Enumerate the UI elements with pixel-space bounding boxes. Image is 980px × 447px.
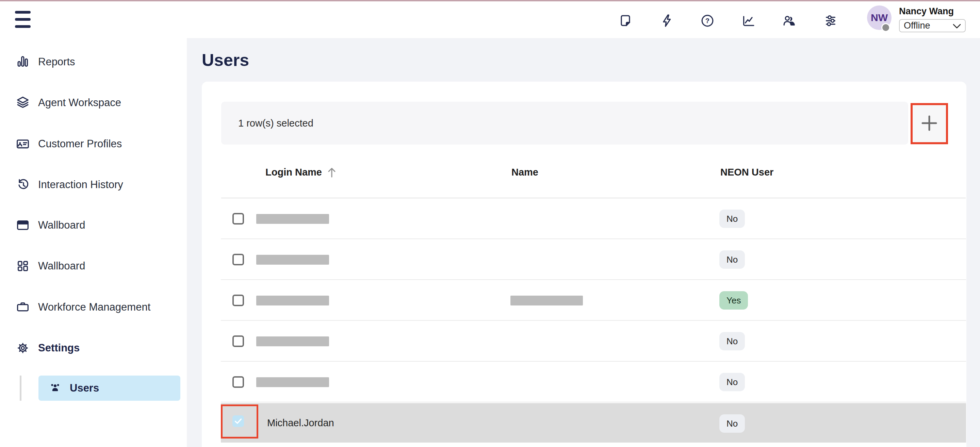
table-row[interactable]: Yes	[221, 280, 966, 321]
note-icon[interactable]	[617, 13, 633, 29]
sidebar: Users ReportsAgent WorkspaceCustomer Pro…	[0, 38, 187, 447]
row-checkbox[interactable]	[232, 376, 244, 388]
column-header-label: NEON User	[721, 167, 773, 178]
redacted-login-name	[256, 296, 329, 305]
chevron-down-icon	[953, 21, 961, 31]
table-header: Login Name Name NEON User	[202, 167, 966, 182]
redacted-login-name	[256, 336, 329, 346]
sidebar-item-label: Customer Profiles	[38, 138, 122, 150]
table-row[interactable]: Michael.JordanNo	[221, 403, 966, 442]
rows-selected-text: 1 row(s) selected	[238, 118, 313, 129]
id-card-icon	[15, 136, 30, 152]
selection-toolbar: 1 row(s) selected	[221, 102, 908, 145]
topbar: ? NW Nancy Wang Offline	[0, 2, 980, 38]
login-name-cell: Michael.Jordan	[267, 403, 334, 442]
column-header-label: Name	[511, 167, 538, 178]
status-dot	[881, 23, 890, 32]
plus-icon	[920, 114, 938, 133]
neon-user-badge: No	[719, 210, 745, 228]
sidebar-item-reports[interactable]: Reports	[15, 50, 75, 74]
table-row[interactable]: No	[221, 239, 966, 280]
table-row[interactable]: No	[221, 198, 966, 239]
neon-user-badge: No	[719, 250, 745, 269]
table-row[interactable]: No	[221, 362, 966, 402]
neon-user-badge: No	[719, 332, 745, 350]
history-icon	[15, 177, 30, 192]
sidebar-indent-line	[20, 375, 21, 401]
row-checkbox[interactable]	[232, 294, 244, 306]
sidebar-item-customer-profiles[interactable]: Customer Profiles	[15, 132, 122, 156]
column-header-label: Login Name	[266, 167, 322, 178]
row-checkbox[interactable]	[232, 213, 244, 224]
add-user-button[interactable]	[913, 105, 946, 142]
sidebar-item-label: Users	[70, 382, 99, 394]
reports-icon	[15, 54, 30, 70]
grid-icon	[15, 258, 30, 274]
row-checkbox[interactable]	[232, 415, 244, 427]
redacted-login-name	[256, 377, 329, 387]
users-card: 1 row(s) selected Login Name Name	[202, 82, 966, 447]
analytics-icon[interactable]	[741, 13, 756, 29]
users-group-icon	[48, 381, 63, 396]
briefcase-icon	[15, 299, 30, 315]
status-dropdown-value: Offline	[904, 21, 930, 31]
sliders-icon[interactable]	[823, 13, 838, 29]
column-header-login-name[interactable]: Login Name	[266, 167, 336, 178]
row-checkbox[interactable]	[232, 336, 244, 347]
sort-ascending-icon	[327, 167, 336, 178]
neon-user-badge: No	[719, 373, 745, 391]
sidebar-item-label: Settings	[38, 342, 80, 354]
redacted-login-name	[256, 255, 329, 265]
table-row[interactable]: No	[221, 321, 966, 362]
people-icon[interactable]	[782, 13, 797, 29]
sidebar-item-label: Agent Workspace	[38, 97, 121, 109]
sidebar-item-workforce-management[interactable]: Workforce Management	[15, 295, 150, 320]
redacted-name	[511, 296, 583, 305]
column-header-name[interactable]: Name	[511, 167, 538, 178]
help-icon[interactable]: ?	[700, 13, 715, 29]
sidebar-item-label: Wallboard	[38, 260, 85, 272]
sidebar-item-interaction-history[interactable]: Interaction History	[15, 172, 123, 197]
app-screen: ? NW Nancy Wang Offline Users ReportsAge…	[0, 0, 980, 447]
layers-icon	[15, 95, 30, 111]
sidebar-item-label: Workforce Management	[38, 301, 150, 313]
flash-icon[interactable]	[659, 13, 675, 29]
sidebar-item-wallboard[interactable]: Wallboard	[15, 213, 85, 237]
window-icon	[15, 217, 30, 233]
sidebar-item-wallboard[interactable]: Wallboard	[15, 254, 85, 278]
neon-user-badge: Yes	[719, 291, 748, 310]
row-checkbox[interactable]	[232, 254, 244, 265]
column-header-neon-user[interactable]: NEON User	[721, 167, 773, 178]
redacted-login-name	[256, 214, 329, 224]
user-name: Nancy Wang	[899, 6, 954, 17]
neon-user-badge: No	[719, 414, 745, 433]
status-dropdown[interactable]: Offline	[899, 19, 966, 32]
sidebar-item-label: Wallboard	[38, 219, 85, 231]
sidebar-item-label: Reports	[38, 56, 75, 68]
sidebar-item-settings[interactable]: Settings	[15, 336, 80, 360]
sidebar-item-agent-workspace[interactable]: Agent Workspace	[15, 91, 121, 115]
hamburger-menu-button[interactable]	[15, 10, 30, 29]
sidebar-item-label: Interaction History	[38, 178, 123, 191]
page-title: Users	[202, 50, 249, 70]
svg-text:?: ?	[705, 17, 710, 24]
main-content: Users 1 row(s) selected Login Name	[187, 38, 980, 447]
annotation-box-add-button	[911, 103, 948, 144]
sidebar-item-users[interactable]: Users	[38, 375, 180, 401]
gear-icon	[15, 340, 30, 356]
